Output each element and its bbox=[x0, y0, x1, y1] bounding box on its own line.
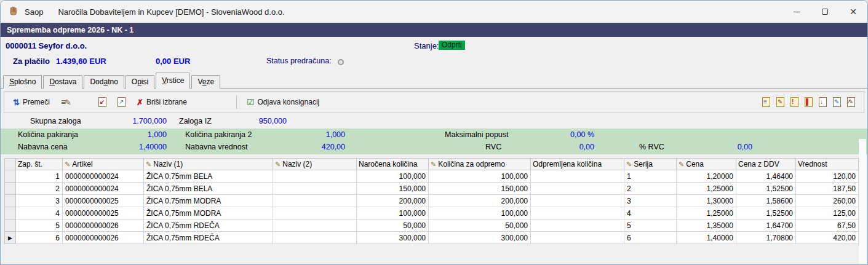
cell-vrednost[interactable]: 120,00 bbox=[796, 170, 859, 183]
cell-artikel[interactable]: 0000000000025 bbox=[63, 195, 144, 207]
cell-vrednost[interactable]: 67,50 bbox=[796, 220, 859, 232]
cell-cena[interactable]: 1,25000 bbox=[677, 207, 736, 220]
cell-naziv-1[interactable]: ŽICA 0,75mm BELA bbox=[144, 170, 273, 183]
cell-zap-st[interactable]: 5 bbox=[16, 220, 63, 232]
cell-artikel[interactable]: 0000000000024 bbox=[63, 170, 144, 183]
brisi-izbrane-button[interactable]: ✗ Briši izbrane bbox=[133, 96, 191, 109]
cell-cena-z-ddv[interactable]: 1,52500 bbox=[736, 183, 796, 195]
discard-changes-icon[interactable]: ✎∕ bbox=[847, 97, 855, 107]
row-indicator[interactable]: ▶ bbox=[5, 232, 16, 244]
report-flag-icon[interactable]: ▌ bbox=[805, 97, 813, 107]
column-header-vrednost[interactable]: Vrednost bbox=[796, 159, 859, 170]
cell-serija[interactable]: 5 bbox=[624, 220, 677, 232]
cell-kolicina-za-odpremo[interactable]: 300,000 bbox=[429, 232, 531, 244]
cell-naziv-2[interactable] bbox=[273, 207, 357, 220]
cell-cena[interactable]: 1,40000 bbox=[677, 232, 736, 244]
cell-vrednost[interactable]: 420,00 bbox=[796, 232, 859, 244]
tab-veze[interactable]: Veze bbox=[191, 75, 220, 89]
cell-odpremljena-kolicina[interactable] bbox=[531, 170, 624, 183]
cell-zap-st[interactable]: 2 bbox=[16, 183, 63, 195]
cell-narocena-kolicina[interactable]: 100,000 bbox=[357, 170, 429, 183]
cell-kolicina-za-odpremo[interactable]: 200,000 bbox=[429, 195, 531, 207]
tab-vrstice[interactable]: Vrstice bbox=[156, 73, 190, 89]
cell-cena-z-ddv[interactable]: 1,64700 bbox=[736, 220, 796, 232]
column-header-serija[interactable]: ✎Serija bbox=[624, 159, 677, 170]
report-edit-icon[interactable]: ✎ bbox=[776, 97, 784, 107]
column-header-kolicina-za-odpremo[interactable]: ✎Količina za odpremo bbox=[429, 159, 531, 170]
cell-zap-st[interactable]: 6 bbox=[16, 232, 63, 244]
copy-rows-button[interactable]: ↗ bbox=[114, 95, 129, 109]
column-header-odpremljena-kolicina[interactable]: Odpremljena količina bbox=[531, 159, 624, 170]
vertical-scrollbar[interactable] bbox=[859, 139, 866, 265]
cell-artikel[interactable]: 0000000000025 bbox=[63, 207, 144, 220]
cell-artikel[interactable]: 0000000000024 bbox=[63, 183, 144, 195]
edit-document-icon[interactable]: ✎ bbox=[833, 97, 841, 107]
cell-narocena-kolicina[interactable]: 50,000 bbox=[357, 220, 429, 232]
column-header-artikel[interactable]: ✎Artikel bbox=[63, 159, 144, 170]
column-header-cena-z-ddv[interactable]: Cena z DDV bbox=[736, 159, 796, 170]
odjava-konsignacij-button[interactable]: ☑ Odjava konsignacij bbox=[243, 95, 323, 109]
cell-cena-z-ddv[interactable]: 1,52500 bbox=[736, 207, 796, 220]
cell-kolicina-za-odpremo[interactable]: 150,000 bbox=[429, 183, 531, 195]
report-lines-icon[interactable]: ≡ bbox=[762, 97, 770, 107]
cell-cena-z-ddv[interactable]: 1,46400 bbox=[736, 170, 796, 183]
tab-splono[interactable]: Splošno bbox=[3, 75, 42, 89]
export-document-icon[interactable]: ↓ bbox=[819, 97, 827, 107]
column-header-naziv-1[interactable]: ✎Naziv (1) bbox=[144, 159, 273, 170]
cell-odpremljena-kolicina[interactable] bbox=[531, 195, 624, 207]
cell-serija[interactable]: 4 bbox=[624, 207, 677, 220]
cell-naziv-2[interactable] bbox=[273, 220, 357, 232]
cell-odpremljena-kolicina[interactable] bbox=[531, 232, 624, 244]
cell-zap-st[interactable]: 4 bbox=[16, 207, 63, 220]
cell-serija[interactable]: 1 bbox=[624, 170, 677, 183]
cell-kolicina-za-odpremo[interactable]: 100,000 bbox=[429, 207, 531, 220]
cell-odpremljena-kolicina[interactable] bbox=[531, 183, 624, 195]
cell-cena-z-ddv[interactable]: 1,58600 bbox=[736, 195, 796, 207]
edit-rows-button[interactable]: ≡ ✎ bbox=[57, 96, 75, 108]
cell-naziv-1[interactable]: ŽICA 0,75mm RDEČA bbox=[144, 232, 273, 244]
cell-artikel[interactable]: 0000000000026 bbox=[63, 232, 144, 244]
column-header-naziv-2[interactable]: ✎Naziv (2) bbox=[273, 159, 357, 170]
cell-naziv-2[interactable] bbox=[273, 183, 357, 195]
column-header-zap-st[interactable]: Zap. št. bbox=[16, 159, 63, 170]
cell-zap-st[interactable]: 1 bbox=[16, 170, 63, 183]
cell-naziv-2[interactable] bbox=[273, 232, 357, 244]
maximize-button[interactable] bbox=[811, 1, 839, 23]
cell-vrednost[interactable]: 125,00 bbox=[796, 207, 859, 220]
cell-naziv-1[interactable]: ŽICA 0,75mm MODRA bbox=[144, 207, 273, 220]
tab-opisi[interactable]: Opisi bbox=[125, 75, 154, 89]
close-button[interactable]: ✕ bbox=[839, 1, 867, 23]
cell-naziv-2[interactable] bbox=[273, 195, 357, 207]
cell-naziv-1[interactable]: ŽICA 0,75mm BELA bbox=[144, 183, 273, 195]
cell-kolicina-za-odpremo[interactable]: 50,000 bbox=[429, 220, 531, 232]
cell-vrednost[interactable]: 260,00 bbox=[796, 195, 859, 207]
cell-artikel[interactable]: 0000000000026 bbox=[63, 220, 144, 232]
import-rows-button[interactable]: ↙ bbox=[95, 95, 110, 109]
cell-cena[interactable]: 1,25000 bbox=[677, 183, 736, 195]
tab-dodatno[interactable]: Dodatno bbox=[84, 75, 124, 89]
column-header-narocena-kolicina[interactable]: Naročena količina bbox=[357, 159, 429, 170]
row-indicator[interactable] bbox=[5, 183, 16, 195]
cell-serija[interactable]: 3 bbox=[624, 195, 677, 207]
cell-naziv-2[interactable] bbox=[273, 170, 357, 183]
cell-narocena-kolicina[interactable]: 150,000 bbox=[357, 183, 429, 195]
cell-cena[interactable]: 1,30000 bbox=[677, 195, 736, 207]
cell-kolicina-za-odpremo[interactable]: 100,000 bbox=[429, 170, 531, 183]
cell-naziv-1[interactable]: ŽICA 0,75mm RDEČA bbox=[144, 220, 273, 232]
row-indicator[interactable] bbox=[5, 220, 16, 232]
minimize-button[interactable] bbox=[782, 1, 811, 23]
cell-narocena-kolicina[interactable]: 300,000 bbox=[357, 232, 429, 244]
tab-dostava[interactable]: Dostava bbox=[43, 75, 82, 89]
cell-naziv-1[interactable]: ŽICA 0,75mm MODRA bbox=[144, 195, 273, 207]
cell-vrednost[interactable]: 187,50 bbox=[796, 183, 859, 195]
cell-odpremljena-kolicina[interactable] bbox=[531, 207, 624, 220]
cell-cena[interactable]: 1,35000 bbox=[677, 220, 736, 232]
row-indicator[interactable] bbox=[5, 207, 16, 220]
cell-narocena-kolicina[interactable]: 200,000 bbox=[357, 195, 429, 207]
cell-cena[interactable]: 1,20000 bbox=[677, 170, 736, 183]
cell-narocena-kolicina[interactable]: 100,000 bbox=[357, 207, 429, 220]
cell-serija[interactable]: 2 bbox=[624, 183, 677, 195]
cell-zap-st[interactable]: 3 bbox=[16, 195, 63, 207]
cell-serija[interactable]: 6 bbox=[624, 232, 677, 244]
row-indicator[interactable] bbox=[5, 195, 16, 207]
